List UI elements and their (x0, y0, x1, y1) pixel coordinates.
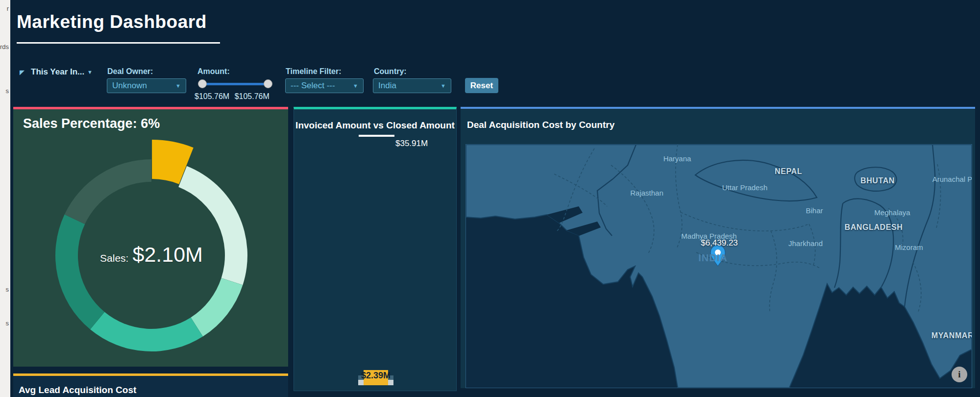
deal-owner-select[interactable]: Unknown ▼ (107, 78, 186, 93)
country-value: India (378, 81, 396, 91)
app-sidebar-edge[interactable]: r rds s s s (0, 0, 10, 397)
chevron-down-icon: ▼ (175, 83, 181, 89)
state-label-mizoram: Mizoram (895, 243, 923, 251)
sidebar-fragment: s (0, 320, 9, 327)
donut-center-label: Sales:$2.10M (63, 243, 240, 267)
country-select[interactable]: India ▼ (373, 78, 451, 93)
country-label-india: INDIA (698, 252, 727, 264)
landmass (466, 145, 972, 388)
timeline-filter-value: --- Select --- (291, 81, 335, 91)
sales-panel-title: Sales Percentage: 6% (23, 116, 160, 131)
state-label-meghalaya: Meghalaya (874, 208, 910, 217)
sales-label: Sales: (100, 252, 128, 264)
amount-label: Amount: (197, 67, 230, 76)
amount-min-value: $105.76M (195, 92, 229, 100)
timeline-filter-label: Timeline Filter: (286, 67, 342, 76)
marketing-dashboard: r rds s s s Marketing Dashboard ◤ This Y… (0, 0, 980, 397)
donut-slice-segment-4[interactable] (90, 312, 203, 351)
collapse-icon[interactable]: ◤ (20, 69, 24, 76)
donut-slice-segment-3[interactable] (191, 278, 243, 336)
state-label-arunachal: Arunachal Pr (932, 175, 972, 183)
donut-slice-segment-2[interactable] (178, 166, 247, 285)
amount-slider-handle-min[interactable] (198, 79, 207, 88)
avg-lead-panel-title: Avg Lead Acquisition Cost (19, 385, 136, 396)
map-panel-title: Deal Acquisition Cost by Country (467, 120, 614, 130)
timeline-filter-select[interactable]: --- Select --- ▼ (285, 78, 364, 93)
country-label: Country: (374, 67, 407, 76)
deal-owner-value: Unknown (112, 81, 147, 91)
title-underline (17, 42, 220, 44)
closed-amount-value: $2.39M (351, 371, 400, 381)
invoiced-vs-closed-panel: Invoiced Amount vs Closed Amount $35.91M… (294, 107, 457, 391)
country-label-nepal: NEPAL (775, 167, 802, 176)
deal-cost-value: $6,439.23 (701, 238, 738, 248)
chevron-down-icon: ▼ (441, 83, 446, 89)
sidebar-fragment: r (0, 5, 9, 12)
chevron-down-icon: ▼ (353, 83, 358, 89)
avg-lead-acquisition-panel: Avg Lead Acquisition Cost (13, 373, 288, 397)
view-selector[interactable]: This Year In... (31, 67, 84, 77)
deal-acquisition-map-panel: Deal Acquisition Cost by Country (461, 107, 975, 388)
amount-max-value: $105.76M (235, 92, 270, 100)
chevron-down-icon[interactable]: ▼ (87, 69, 93, 75)
country-label-bangladesh: BANGLADESH (845, 223, 903, 232)
invoiced-amount-marker (359, 135, 394, 137)
invoiced-amount-value: $35.91M (395, 139, 428, 149)
donut-slice-segment-6[interactable] (65, 159, 151, 224)
country-label-bhutan: BHUTAN (860, 176, 895, 185)
map-canvas (466, 145, 972, 388)
reset-button[interactable]: Reset (465, 78, 498, 93)
sidebar-fragment: s (0, 87, 9, 95)
india-map: Haryana Rajasthan Uttar Pradesh NEPAL BH… (466, 144, 972, 388)
country-label-myanmar: MYANMAR (931, 331, 972, 340)
sales-percentage-panel: Sales Percentage: 6% Sales:$2.10M (13, 107, 288, 367)
sidebar-fragment: s (0, 286, 9, 293)
state-label-uttar-pradesh: Uttar Pradesh (722, 183, 768, 192)
invoice-panel-title: Invoiced Amount vs Closed Amount (294, 120, 456, 131)
page-title: Marketing Dashboard (17, 12, 207, 32)
state-label-jharkhand: Jharkhand (788, 239, 823, 248)
amount-range-values: $105.76M $105.76M (195, 92, 275, 101)
deal-owner-label: Deal Owner: (107, 67, 153, 76)
state-label-haryana: Haryana (663, 154, 691, 163)
info-icon[interactable]: i (952, 367, 967, 382)
state-label-bihar: Bihar (806, 206, 823, 215)
state-label-rajasthan: Rajasthan (630, 189, 663, 197)
amount-slider-track[interactable] (201, 83, 270, 85)
donut-slice-segment-5[interactable] (55, 215, 104, 329)
sidebar-fragment: rds (0, 43, 9, 50)
sales-value: $2.10M (132, 243, 202, 266)
amount-slider-handle-max[interactable] (264, 79, 272, 88)
